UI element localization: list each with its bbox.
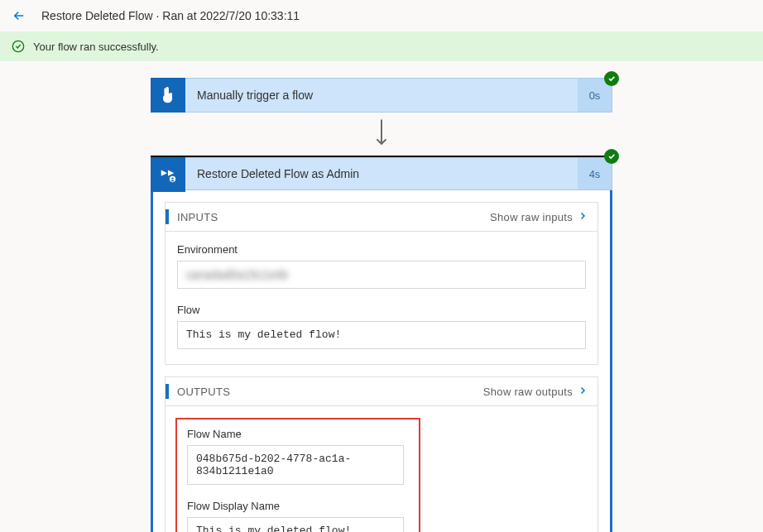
show-raw-outputs-link[interactable]: Show raw outputs <box>483 386 588 398</box>
page-header: Restore Deleted Flow · Ran at 2022/7/20 … <box>0 0 763 31</box>
section-accent-bar <box>166 384 169 399</box>
step-action-header[interactable]: Restore Deleted Flow as Admin 4s <box>151 156 612 190</box>
field-flow-value: This is my deleted flow! <box>177 321 586 349</box>
section-accent-bar <box>166 209 169 224</box>
field-flow: Flow This is my deleted flow! <box>177 304 586 349</box>
flow-canvas: Manually trigger a flow 0s Resto <box>0 61 763 532</box>
status-success-bar: Your flow ran successfully. <box>0 31 763 61</box>
svg-point-0 <box>12 41 23 51</box>
field-flow-name-label: Flow Name <box>187 428 404 440</box>
step-action-body: INPUTS Show raw inputs Environment <box>151 190 612 532</box>
touch-icon <box>151 78 185 113</box>
success-check-icon <box>12 40 25 53</box>
field-environment-label: Environment <box>177 243 586 256</box>
inputs-body: Environment canadad0a15c1e4b Flow This i… <box>166 232 597 364</box>
step-trigger-title: Manually trigger a flow <box>185 78 578 113</box>
field-flow-label: Flow <box>177 304 586 316</box>
show-raw-inputs-link[interactable]: Show raw inputs <box>490 211 588 223</box>
step-trigger: Manually trigger a flow 0s <box>151 78 612 113</box>
show-raw-inputs-label: Show raw inputs <box>490 211 573 223</box>
step-action: Restore Deleted Flow as Admin 4s INPUTS … <box>151 156 612 532</box>
svg-point-2 <box>171 177 173 179</box>
outputs-label: OUTPUTS <box>177 386 230 398</box>
success-badge-icon <box>604 71 619 86</box>
inputs-section: INPUTS Show raw inputs Environment <box>165 202 598 365</box>
step-action-title: Restore Deleted Flow as Admin <box>185 157 578 190</box>
outputs-section: OUTPUTS Show raw outputs F <box>165 376 598 532</box>
field-flow-display-name-value: This is my deleted flow! <box>187 517 404 532</box>
chevron-right-icon <box>578 386 588 398</box>
show-raw-outputs-label: Show raw outputs <box>483 386 573 398</box>
field-environment: Environment canadad0a15c1e4b <box>177 243 586 289</box>
step-trigger-header[interactable]: Manually trigger a flow 0s <box>151 78 612 113</box>
success-badge-icon <box>604 149 619 164</box>
chevron-right-icon <box>578 211 588 223</box>
page-title: Restore Deleted Flow · Ran at 2022/7/20 … <box>41 9 300 22</box>
outputs-body: Flow Name 048b675d-b202-4778-ac1a-834b12… <box>166 406 597 532</box>
field-environment-value: canadad0a15c1e4b <box>177 261 586 289</box>
back-arrow-icon[interactable] <box>12 8 26 23</box>
field-flow-display-name: Flow Display Name This is my deleted flo… <box>187 500 404 532</box>
highlight-annotation: Flow Name 048b675d-b202-4778-ac1a-834b12… <box>175 418 420 532</box>
field-flow-display-name-label: Flow Display Name <box>187 500 404 512</box>
status-message: Your flow ran successfully. <box>33 41 159 53</box>
arrow-down-icon <box>372 113 391 156</box>
inputs-label: INPUTS <box>177 211 218 223</box>
field-flow-name: Flow Name 048b675d-b202-4778-ac1a-834b12… <box>187 428 404 485</box>
inputs-section-header: INPUTS Show raw inputs <box>166 203 597 232</box>
flow-admin-icon <box>151 157 185 192</box>
field-flow-name-value: 048b675d-b202-4778-ac1a-834b1211e1a0 <box>187 445 404 485</box>
outputs-section-header: OUTPUTS Show raw outputs <box>166 377 597 406</box>
